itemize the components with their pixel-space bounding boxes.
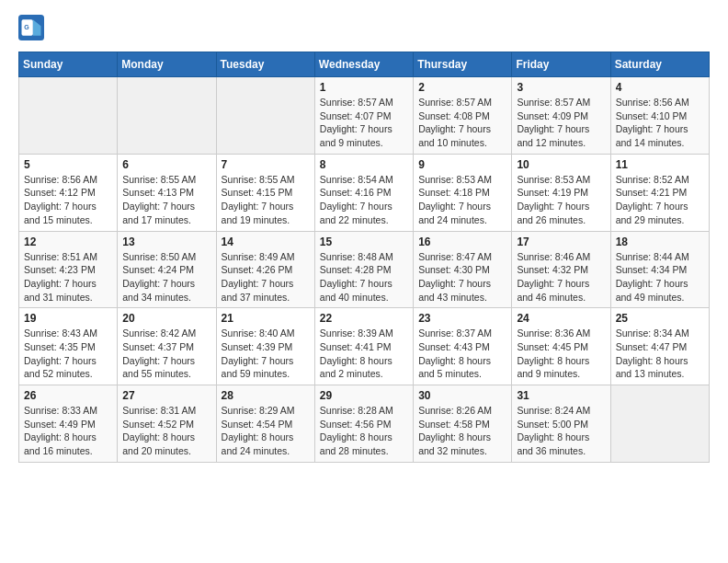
- day-info: Sunrise: 8:55 AM Sunset: 4:15 PM Dayligh…: [222, 173, 310, 227]
- day-info: Sunrise: 8:57 AM Sunset: 4:07 PM Dayligh…: [320, 96, 408, 150]
- calendar-cell: 20Sunrise: 8:42 AM Sunset: 4:37 PM Dayli…: [118, 308, 216, 385]
- calendar-cell: 1Sunrise: 8:57 AM Sunset: 4:07 PM Daylig…: [314, 77, 413, 155]
- calendar-cell: 30Sunrise: 8:26 AM Sunset: 4:58 PM Dayli…: [414, 385, 512, 463]
- day-number: 22: [320, 312, 408, 325]
- weekday-header: Thursday: [414, 52, 512, 77]
- weekday-row: SundayMondayTuesdayWednesdayThursdayFrid…: [19, 52, 710, 77]
- calendar-cell: 13Sunrise: 8:50 AM Sunset: 4:24 PM Dayli…: [118, 231, 216, 308]
- calendar-cell: 4Sunrise: 8:56 AM Sunset: 4:10 PM Daylig…: [610, 77, 709, 155]
- day-number: 13: [122, 236, 210, 248]
- calendar-cell: 14Sunrise: 8:49 AM Sunset: 4:26 PM Dayli…: [216, 231, 314, 308]
- day-number: 3: [517, 81, 605, 94]
- day-number: 9: [418, 158, 506, 171]
- calendar-cell: 5Sunrise: 8:56 AM Sunset: 4:12 PM Daylig…: [19, 154, 118, 231]
- calendar-cell: 27Sunrise: 8:31 AM Sunset: 4:52 PM Dayli…: [118, 385, 216, 463]
- calendar-cell: 26Sunrise: 8:33 AM Sunset: 4:49 PM Dayli…: [19, 385, 118, 463]
- calendar-cell: 19Sunrise: 8:43 AM Sunset: 4:35 PM Dayli…: [19, 308, 118, 385]
- day-number: 8: [320, 158, 408, 171]
- calendar-cell: 28Sunrise: 8:29 AM Sunset: 4:54 PM Dayli…: [216, 385, 314, 463]
- calendar-cell: 22Sunrise: 8:39 AM Sunset: 4:41 PM Dayli…: [314, 308, 413, 385]
- day-info: Sunrise: 8:53 AM Sunset: 4:18 PM Dayligh…: [418, 173, 506, 227]
- day-info: Sunrise: 8:49 AM Sunset: 4:26 PM Dayligh…: [222, 250, 310, 304]
- calendar-cell: 31Sunrise: 8:24 AM Sunset: 5:00 PM Dayli…: [512, 385, 610, 463]
- day-info: Sunrise: 8:50 AM Sunset: 4:24 PM Dayligh…: [122, 250, 210, 304]
- day-number: 10: [517, 158, 605, 171]
- day-number: 1: [320, 81, 408, 94]
- weekday-header: Sunday: [19, 52, 118, 77]
- day-number: 15: [320, 236, 408, 248]
- day-info: Sunrise: 8:55 AM Sunset: 4:13 PM Dayligh…: [122, 173, 210, 227]
- day-info: Sunrise: 8:42 AM Sunset: 4:37 PM Dayligh…: [122, 327, 210, 381]
- day-info: Sunrise: 8:56 AM Sunset: 4:12 PM Dayligh…: [24, 173, 112, 227]
- calendar-cell: 9Sunrise: 8:53 AM Sunset: 4:18 PM Daylig…: [414, 154, 512, 231]
- day-info: Sunrise: 8:43 AM Sunset: 4:35 PM Dayligh…: [24, 327, 112, 381]
- day-info: Sunrise: 8:57 AM Sunset: 4:09 PM Dayligh…: [517, 96, 605, 150]
- day-info: Sunrise: 8:36 AM Sunset: 4:45 PM Dayligh…: [517, 327, 605, 381]
- calendar-cell: 3Sunrise: 8:57 AM Sunset: 4:09 PM Daylig…: [512, 77, 610, 155]
- calendar-cell: [216, 77, 314, 155]
- day-info: Sunrise: 8:57 AM Sunset: 4:08 PM Dayligh…: [418, 96, 506, 150]
- day-info: Sunrise: 8:46 AM Sunset: 4:32 PM Dayligh…: [517, 250, 605, 304]
- calendar-cell: 6Sunrise: 8:55 AM Sunset: 4:13 PM Daylig…: [118, 154, 216, 231]
- day-number: 24: [517, 312, 605, 325]
- day-number: 5: [24, 158, 112, 171]
- calendar-week-row: 1Sunrise: 8:57 AM Sunset: 4:07 PM Daylig…: [19, 77, 710, 155]
- day-number: 27: [122, 389, 210, 402]
- day-info: Sunrise: 8:39 AM Sunset: 4:41 PM Dayligh…: [320, 327, 408, 381]
- day-info: Sunrise: 8:26 AM Sunset: 4:58 PM Dayligh…: [418, 404, 506, 458]
- calendar-cell: 16Sunrise: 8:47 AM Sunset: 4:30 PM Dayli…: [414, 231, 512, 308]
- day-number: 18: [616, 236, 704, 248]
- day-number: 2: [418, 81, 506, 94]
- calendar-cell: 15Sunrise: 8:48 AM Sunset: 4:28 PM Dayli…: [314, 231, 413, 308]
- day-info: Sunrise: 8:31 AM Sunset: 4:52 PM Dayligh…: [122, 404, 210, 458]
- day-number: 23: [418, 312, 506, 325]
- day-info: Sunrise: 8:37 AM Sunset: 4:43 PM Dayligh…: [418, 327, 506, 381]
- calendar-cell: [118, 77, 216, 155]
- day-number: 29: [320, 389, 408, 402]
- weekday-header: Monday: [118, 52, 216, 77]
- calendar-cell: 24Sunrise: 8:36 AM Sunset: 4:45 PM Dayli…: [512, 308, 610, 385]
- day-info: Sunrise: 8:54 AM Sunset: 4:16 PM Dayligh…: [320, 173, 408, 227]
- day-number: 20: [122, 312, 210, 325]
- day-info: Sunrise: 8:29 AM Sunset: 4:54 PM Dayligh…: [222, 404, 310, 458]
- logo: G: [18, 15, 46, 40]
- day-info: Sunrise: 8:52 AM Sunset: 4:21 PM Dayligh…: [616, 173, 704, 227]
- calendar-week-row: 12Sunrise: 8:51 AM Sunset: 4:23 PM Dayli…: [19, 231, 710, 308]
- weekday-header: Wednesday: [314, 52, 413, 77]
- day-number: 26: [24, 389, 112, 402]
- day-number: 28: [222, 389, 310, 402]
- day-info: Sunrise: 8:44 AM Sunset: 4:34 PM Dayligh…: [616, 250, 704, 304]
- calendar-cell: 11Sunrise: 8:52 AM Sunset: 4:21 PM Dayli…: [610, 154, 709, 231]
- day-info: Sunrise: 8:24 AM Sunset: 5:00 PM Dayligh…: [517, 404, 605, 458]
- day-number: 4: [616, 81, 704, 94]
- calendar-cell: [19, 77, 118, 155]
- calendar-body: 1Sunrise: 8:57 AM Sunset: 4:07 PM Daylig…: [19, 77, 710, 463]
- calendar-cell: 2Sunrise: 8:57 AM Sunset: 4:08 PM Daylig…: [414, 77, 512, 155]
- day-number: 14: [222, 236, 310, 248]
- day-info: Sunrise: 8:33 AM Sunset: 4:49 PM Dayligh…: [24, 404, 112, 458]
- weekday-header: Tuesday: [216, 52, 314, 77]
- day-number: 17: [517, 236, 605, 248]
- day-info: Sunrise: 8:48 AM Sunset: 4:28 PM Dayligh…: [320, 250, 408, 304]
- calendar-cell: 23Sunrise: 8:37 AM Sunset: 4:43 PM Dayli…: [414, 308, 512, 385]
- calendar-cell: 12Sunrise: 8:51 AM Sunset: 4:23 PM Dayli…: [19, 231, 118, 308]
- weekday-header: Friday: [512, 52, 610, 77]
- day-number: 31: [517, 389, 605, 402]
- page-header: G: [18, 15, 710, 40]
- day-number: 30: [418, 389, 506, 402]
- calendar-cell: 7Sunrise: 8:55 AM Sunset: 4:15 PM Daylig…: [216, 154, 314, 231]
- calendar-table: SundayMondayTuesdayWednesdayThursdayFrid…: [18, 52, 710, 463]
- day-info: Sunrise: 8:56 AM Sunset: 4:10 PM Dayligh…: [616, 96, 704, 150]
- day-info: Sunrise: 8:34 AM Sunset: 4:47 PM Dayligh…: [616, 327, 704, 381]
- day-number: 11: [616, 158, 704, 171]
- day-info: Sunrise: 8:40 AM Sunset: 4:39 PM Dayligh…: [222, 327, 310, 381]
- svg-text:G: G: [24, 24, 29, 30]
- calendar-header: SundayMondayTuesdayWednesdayThursdayFrid…: [19, 52, 710, 77]
- day-info: Sunrise: 8:51 AM Sunset: 4:23 PM Dayligh…: [24, 250, 112, 304]
- calendar-cell: 25Sunrise: 8:34 AM Sunset: 4:47 PM Dayli…: [610, 308, 709, 385]
- calendar-week-row: 5Sunrise: 8:56 AM Sunset: 4:12 PM Daylig…: [19, 154, 710, 231]
- calendar-week-row: 26Sunrise: 8:33 AM Sunset: 4:49 PM Dayli…: [19, 385, 710, 463]
- calendar-cell: 10Sunrise: 8:53 AM Sunset: 4:19 PM Dayli…: [512, 154, 610, 231]
- calendar-cell: 18Sunrise: 8:44 AM Sunset: 4:34 PM Dayli…: [610, 231, 709, 308]
- day-number: 16: [418, 236, 506, 248]
